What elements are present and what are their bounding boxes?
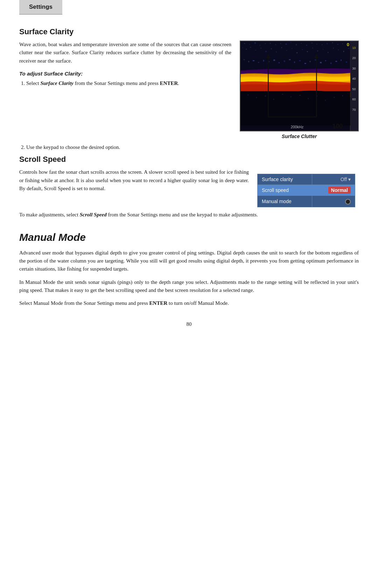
svg-rect-10 [241, 41, 350, 58]
svg-rect-48 [323, 49, 323, 50]
svg-rect-68 [310, 61, 311, 62]
svg-rect-13 [254, 42, 256, 44]
svg-rect-57 [253, 60, 254, 61]
scroll-menu-table: Surface clarity Off ▾ Scroll speed Norma… [257, 174, 355, 207]
svg-rect-70 [320, 62, 322, 63]
adjust-label: To adjust Surface Clarity: [19, 71, 231, 77]
svg-text:0: 0 [347, 42, 349, 47]
svg-rect-89 [342, 95, 343, 96]
svg-rect-67 [304, 63, 306, 64]
settings-tab: Settings [19, 0, 62, 15]
manual-mode-para1: Advanced user mode that bypasses digital… [19, 249, 359, 273]
step-1: Select Surface Clarity from the Sonar Se… [26, 79, 231, 87]
svg-rect-17 [275, 44, 276, 45]
svg-rect-49 [328, 52, 329, 53]
svg-rect-33 [246, 49, 247, 50]
menu-label-surface: Surface clarity [258, 174, 312, 185]
svg-rect-37 [266, 51, 267, 52]
svg-rect-56 [248, 61, 249, 62]
svg-rect-83 [290, 96, 291, 98]
svg-text:60: 60 [352, 98, 356, 101]
svg-text:10: 10 [352, 46, 356, 50]
normal-badge: Normal [328, 187, 351, 194]
svg-rect-88 [334, 97, 335, 98]
svg-rect-28 [332, 42, 333, 43]
menu-value-surface: Off ▾ [312, 174, 355, 185]
svg-rect-51 [338, 50, 339, 50]
svg-rect-87 [325, 100, 326, 101]
svg-rect-52 [343, 51, 344, 52]
svg-rect-15 [265, 43, 266, 44]
svg-rect-23 [306, 45, 307, 46]
menu-value-manual [312, 196, 355, 207]
svg-rect-79 [256, 97, 257, 98]
svg-rect-34 [250, 47, 251, 48]
svg-rect-42 [292, 48, 292, 49]
manual-mode-section: Manual Mode Advanced user mode that bypa… [19, 231, 359, 308]
svg-rect-53 [348, 48, 349, 49]
svg-rect-75 [346, 62, 347, 63]
menu-row-manual: Manual mode [258, 196, 355, 207]
surface-clarity-columns: Wave action, boat wakes and temperature … [19, 41, 359, 139]
svg-rect-85 [308, 98, 309, 99]
svg-text:40: 40 [352, 77, 356, 80]
svg-rect-16 [270, 43, 271, 44]
scroll-speed-body2: To make adjustments, select Scroll Speed… [19, 211, 359, 219]
svg-rect-81 [273, 99, 274, 100]
svg-rect-72 [330, 63, 332, 64]
surface-clarity-section: Surface Clarity Wave action, boat wakes … [19, 27, 359, 151]
manual-mode-para3: Select Manual Mode from the Sonar Settin… [19, 299, 359, 307]
svg-rect-46 [312, 48, 313, 49]
sonar-image: 10 20 30 40 50 60 70 [240, 41, 359, 131]
manual-mode-title: Manual Mode [19, 231, 359, 243]
svg-rect-69 [315, 59, 316, 60]
svg-rect-41 [286, 50, 287, 51]
svg-rect-63 [284, 60, 285, 62]
svg-rect-29 [337, 44, 338, 45]
svg-rect-40 [281, 47, 282, 48]
svg-rect-30 [342, 43, 343, 44]
svg-rect-73 [335, 61, 337, 62]
svg-rect-61 [273, 59, 275, 61]
svg-rect-65 [294, 62, 295, 63]
settings-tab-label: Settings [29, 3, 52, 10]
menu-row-surface: Surface clarity Off ▾ [258, 174, 355, 185]
svg-rect-1 [350, 41, 358, 131]
svg-rect-21 [296, 44, 297, 45]
scroll-speed-body1: Controls how fast the sonar chart scroll… [19, 168, 249, 193]
svg-rect-64 [289, 59, 290, 60]
svg-rect-45 [307, 51, 308, 52]
svg-rect-38 [271, 49, 272, 49]
svg-rect-27 [327, 43, 328, 44]
svg-text:200kHz: 200kHz [290, 125, 303, 129]
scroll-menu-col: Surface clarity Off ▾ Scroll speed Norma… [257, 168, 359, 207]
svg-rect-50 [333, 48, 334, 49]
surface-clarity-steps: Select Surface Clarity from the Sonar Se… [26, 79, 231, 87]
svg-rect-47 [317, 51, 318, 51]
svg-rect-18 [280, 43, 281, 44]
content-area: Surface Clarity Wave action, boat wakes … [0, 15, 378, 348]
surface-clarity-body: Wave action, boat wakes and temperature … [19, 41, 231, 65]
surface-clarity-title: Surface Clarity [19, 27, 359, 36]
svg-rect-35 [255, 50, 256, 51]
page-container: Settings Surface Clarity Wave action, bo… [0, 0, 378, 588]
svg-rect-43 [296, 52, 298, 53]
svg-rect-20 [290, 42, 291, 43]
svg-text:70: 70 [352, 108, 356, 112]
svg-rect-59 [263, 60, 264, 62]
svg-rect-26 [322, 44, 323, 45]
sonar-svg: 10 20 30 40 50 60 70 [240, 41, 358, 131]
svg-rect-78 [247, 95, 248, 95]
page-number: 80 [19, 321, 359, 334]
svg-rect-80 [265, 96, 266, 96]
step2-list: Use the keypad to choose the desired opt… [26, 143, 359, 151]
svg-rect-12 [249, 44, 250, 45]
svg-rect-22 [301, 43, 302, 44]
svg-text:20: 20 [352, 56, 356, 60]
sonar-image-col: 10 20 30 40 50 60 70 [240, 41, 359, 139]
menu-row-scroll: Scroll speed Normal [258, 185, 355, 196]
svg-rect-44 [302, 49, 303, 50]
menu-value-scroll: Normal [312, 185, 355, 196]
svg-rect-77 [241, 91, 350, 126]
svg-rect-66 [299, 60, 301, 61]
